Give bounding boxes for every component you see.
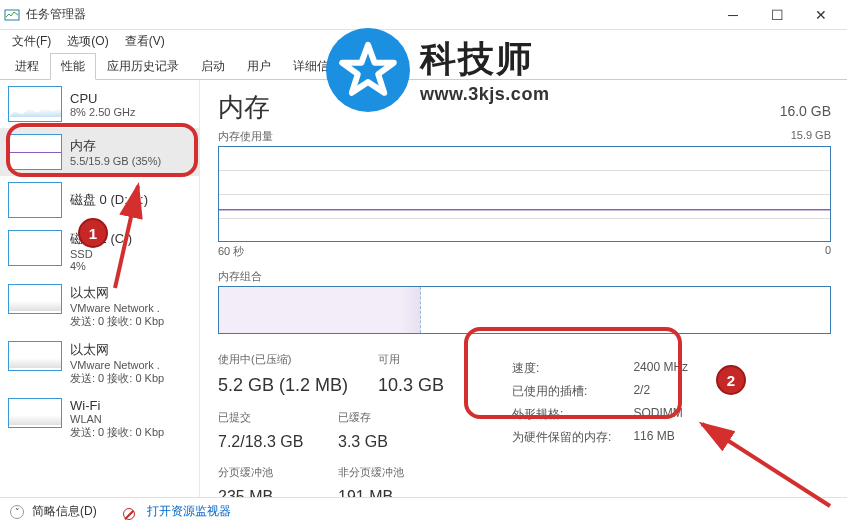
- sidebar-disk1-title: 磁盘 1 (C:): [70, 230, 132, 248]
- comp-free: [421, 287, 830, 333]
- menu-options[interactable]: 选项(O): [61, 31, 114, 52]
- ethernet-icon: [8, 341, 62, 371]
- menu-view[interactable]: 查看(V): [119, 31, 171, 52]
- sidebar-eth1-title: 以太网: [70, 341, 164, 359]
- nonpaged-label: 非分页缓冲池: [338, 465, 428, 480]
- usage-max: 15.9 GB: [791, 129, 831, 144]
- disk-icon: [8, 230, 62, 266]
- comp-used: [219, 287, 421, 333]
- spec-reserved-label: 为硬件保留的内存:: [512, 429, 611, 446]
- app-icon: [4, 7, 20, 23]
- graph-header: 内存使用量 15.9 GB: [218, 129, 831, 144]
- main-panel: 内存 16.0 GB 内存使用量 15.9 GB 60 秒 0 内存组合 使用中…: [200, 80, 847, 497]
- disk-icon: [8, 182, 62, 218]
- tab-users[interactable]: 用户: [236, 53, 282, 80]
- chevron-down-icon[interactable]: ˅: [10, 505, 24, 519]
- window-title: 任务管理器: [26, 6, 86, 23]
- sidebar-eth0-sub2: 发送: 0 接收: 0 Kbp: [70, 314, 164, 329]
- available-value: 10.3 GB: [378, 375, 468, 396]
- sidebar-eth1-sub1: VMware Network .: [70, 359, 164, 371]
- sidebar-memory-title: 内存: [70, 137, 161, 155]
- sidebar-item-disk1[interactable]: 磁盘 1 (C:) SSD 4%: [0, 224, 199, 278]
- sidebar-cpu-sub: 8% 2.50 GHz: [70, 106, 135, 118]
- ethernet-icon: [8, 284, 62, 314]
- sidebar-wifi-sub2: 发送: 0 接收: 0 Kbp: [70, 425, 164, 440]
- memory-icon: [8, 134, 62, 170]
- sidebar-eth0-title: 以太网: [70, 284, 164, 302]
- sidebar-wifi-sub1: WLAN: [70, 413, 164, 425]
- minimize-button[interactable]: ─: [711, 1, 755, 29]
- fewer-details-link[interactable]: 简略信息(D): [32, 503, 97, 520]
- sidebar-wifi-title: Wi-Fi: [70, 398, 164, 413]
- sidebar-disk1-sub2: 4%: [70, 260, 132, 272]
- watermark-brand: 科技师: [420, 35, 549, 84]
- spec-box: 速度: 2400 MHz 已使用的插槽: 2/2 外形规格: SODIMM 为硬…: [498, 352, 702, 506]
- xaxis-right: 0: [825, 244, 831, 259]
- available-label: 可用: [378, 352, 468, 367]
- memory-composition[interactable]: [218, 286, 831, 334]
- cached-label: 已缓存: [338, 410, 428, 425]
- svg-marker-1: [342, 45, 394, 93]
- tab-history[interactable]: 应用历史记录: [96, 53, 190, 80]
- sidebar-item-memory[interactable]: 内存 5.5/15.9 GB (35%): [0, 128, 199, 176]
- composition-label: 内存组合: [218, 269, 831, 284]
- wifi-icon: [8, 398, 62, 428]
- xaxis-left: 60 秒: [218, 244, 244, 259]
- spec-speed-label: 速度:: [512, 360, 611, 377]
- watermark-url: www.3kjs.com: [420, 84, 549, 105]
- watermark-logo: [326, 28, 410, 112]
- watermark: 科技师 www.3kjs.com: [326, 28, 549, 112]
- stats: 使用中(已压缩) 5.2 GB (1.2 MB) 可用 10.3 GB 已提交 …: [218, 352, 831, 506]
- sidebar-item-wifi[interactable]: Wi-Fi WLAN 发送: 0 接收: 0 Kbp: [0, 392, 199, 446]
- cached-value: 3.3 GB: [338, 433, 428, 451]
- sidebar-cpu-title: CPU: [70, 91, 135, 106]
- spec-speed-value: 2400 MHz: [633, 360, 688, 377]
- tab-processes[interactable]: 进程: [4, 53, 50, 80]
- close-button[interactable]: ✕: [799, 1, 843, 29]
- bottombar: ˅ 简略信息(D) 打开资源监视器: [0, 497, 847, 525]
- paged-label: 分页缓冲池: [218, 465, 308, 480]
- spec-form-label: 外形规格:: [512, 406, 611, 423]
- spec-form-value: SODIMM: [633, 406, 688, 423]
- spec-slots-label: 已使用的插槽:: [512, 383, 611, 400]
- usage-label: 内存使用量: [218, 129, 273, 144]
- sidebar-item-eth1[interactable]: 以太网 VMware Network . 发送: 0 接收: 0 Kbp: [0, 335, 199, 392]
- sidebar-eth1-sub2: 发送: 0 接收: 0 Kbp: [70, 371, 164, 386]
- in-use-value: 5.2 GB (1.2 MB): [218, 375, 348, 396]
- no-entry-icon: [123, 508, 135, 520]
- sidebar-memory-sub: 5.5/15.9 GB (35%): [70, 155, 161, 167]
- tab-startup[interactable]: 启动: [190, 53, 236, 80]
- spec-reserved-value: 116 MB: [633, 429, 688, 446]
- sidebar-item-eth0[interactable]: 以太网 VMware Network . 发送: 0 接收: 0 Kbp: [0, 278, 199, 335]
- committed-value: 7.2/18.3 GB: [218, 433, 308, 451]
- cpu-icon: [8, 86, 62, 122]
- menu-file[interactable]: 文件(F): [6, 31, 57, 52]
- sidebar-eth0-sub1: VMware Network .: [70, 302, 164, 314]
- titlebar: 任务管理器 ─ ☐ ✕: [0, 0, 847, 30]
- content: CPU 8% 2.50 GHz 内存 5.5/15.9 GB (35%) 磁盘 …: [0, 80, 847, 497]
- graph-xaxis: 60 秒 0: [218, 244, 831, 259]
- sidebar: CPU 8% 2.50 GHz 内存 5.5/15.9 GB (35%) 磁盘 …: [0, 80, 200, 497]
- memory-total: 16.0 GB: [780, 103, 831, 119]
- tab-performance[interactable]: 性能: [50, 53, 96, 80]
- spec-slots-value: 2/2: [633, 383, 688, 400]
- maximize-button[interactable]: ☐: [755, 1, 799, 29]
- memory-graph[interactable]: [218, 146, 831, 242]
- page-title: 内存: [218, 90, 270, 125]
- open-resource-monitor-link[interactable]: 打开资源监视器: [147, 503, 231, 520]
- sidebar-disk0-title: 磁盘 0 (D: E:): [70, 191, 148, 209]
- sidebar-item-cpu[interactable]: CPU 8% 2.50 GHz: [0, 80, 199, 128]
- committed-label: 已提交: [218, 410, 308, 425]
- sidebar-disk1-sub1: SSD: [70, 248, 132, 260]
- sidebar-item-disk0[interactable]: 磁盘 0 (D: E:): [0, 176, 199, 224]
- in-use-label: 使用中(已压缩): [218, 352, 348, 367]
